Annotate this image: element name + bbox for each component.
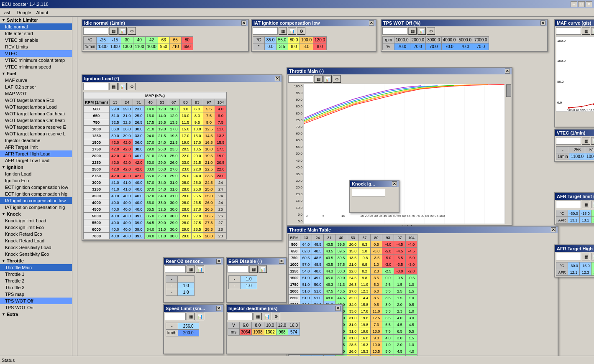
iat-ignition-btn2[interactable]: 📊 [288, 27, 296, 35]
sidebar-item-tps-wot-on[interactable]: TPS WOT On [0, 304, 72, 311]
sidebar-item-throttle-1[interactable]: Throttle 1 [0, 271, 72, 277]
minimize-button[interactable]: ─ [571, 1, 577, 7]
iat-ignition-btn3[interactable]: ⚙ [297, 27, 305, 35]
sidebar-item-afr-target-low[interactable]: AFR Target Low Load [0, 157, 72, 164]
sidebar-item-throttle-3[interactable]: Throttle 3 [0, 284, 72, 291]
sidebar-item-tps-wot-off[interactable]: TPS WOT Off [0, 298, 72, 304]
afr-target-limit-input[interactable] [556, 201, 581, 208]
sidebar-item-wot-reserve-l[interactable]: WOT target lambda reserve L [0, 130, 72, 137]
rear-o2-close[interactable]: ✕ [216, 259, 221, 264]
sidebar-item-knock-sens-load[interactable]: Knock Sensitivity Load [0, 244, 72, 251]
sidebar-item-ignition-eco[interactable]: Ignition Eco [0, 177, 72, 184]
menu-about[interactable]: About [34, 9, 51, 16]
close-button[interactable]: ✕ [586, 1, 592, 7]
tps-wot-off-close[interactable]: ✕ [540, 20, 545, 25]
injector-deadtime-btn3[interactable]: ⚙ [272, 313, 280, 320]
sidebar-item-knock-sens-eco[interactable]: Knock Sensitivity Eco [0, 251, 72, 257]
egr-disable-close[interactable]: ✕ [279, 259, 284, 264]
vtec-input[interactable] [556, 137, 581, 145]
sidebar-item-iat-comp-high[interactable]: IAT ignition compensation hig [0, 204, 72, 211]
sidebar-item-wot-eco[interactable]: WOT target lambda Eco [0, 97, 72, 104]
afr-target-high-input[interactable] [556, 253, 581, 260]
sidebar-group-switch-limiter[interactable]: Switch Limiter [0, 17, 72, 23]
sidebar-group-fuel[interactable]: Fuel [0, 70, 72, 77]
sidebar-item-iat-comp-low[interactable]: IAT ignition compensation low [0, 197, 72, 204]
vtec-btn2[interactable]: 📊 [591, 137, 594, 145]
iat-ignition-close[interactable]: ✕ [369, 20, 374, 25]
maf-curve-btn1[interactable]: ▦ [582, 27, 590, 35]
sidebar-item-maf-curve[interactable]: MAF curve [0, 77, 72, 84]
sidebar-item-knock-ign-eco[interactable]: Knock ign limit Eco [0, 224, 72, 231]
sidebar-item-ect-comp-high[interactable]: ECT ignition compensation hig [0, 191, 72, 197]
sidebar-item-map-wot[interactable]: MAP WOT [0, 90, 72, 97]
vtec-btn1[interactable]: ▦ [582, 137, 590, 145]
throttle-main-btn2[interactable]: 📊 [323, 75, 332, 83]
speed-limit-btn2[interactable]: 📊 [196, 313, 204, 320]
injector-deadtime-btn1[interactable]: ▦ [253, 313, 262, 320]
sidebar-group-ignition[interactable]: Ignition [0, 164, 72, 171]
speed-limit-btn1[interactable]: ▦ [187, 313, 195, 320]
ignition-load-btn2[interactable]: 📊 [118, 83, 127, 90]
sidebar-item-idle-normal[interactable]: Idle normal [0, 23, 72, 30]
sidebar-item-vtec-oil-enable[interactable]: VTEC oil enable [0, 37, 72, 43]
idle-normal-close[interactable]: ✕ [241, 20, 246, 25]
ignition-load-input[interactable] [83, 83, 108, 90]
idle-normal-btn1[interactable]: ▦ [109, 27, 118, 35]
injector-deadtime-input[interactable] [228, 313, 253, 320]
sidebar-item-vtec[interactable]: VTEC [0, 50, 72, 57]
ignition-load-btn3[interactable]: ⚙ [128, 83, 136, 90]
knock-ign-input[interactable] [352, 189, 385, 196]
ignition-load-btn1[interactable]: ▦ [109, 83, 118, 90]
afr-target-limit-btn1[interactable]: ▦ [582, 201, 590, 208]
rear-o2-btn1[interactable]: ▦ [187, 265, 195, 273]
rear-o2-input[interactable] [165, 265, 186, 273]
speed-limit-close[interactable]: ✕ [216, 306, 221, 311]
sidebar-item-knock-ign-load[interactable]: Knock ign limit Load [0, 217, 72, 224]
sidebar-item-knock-retard-load[interactable]: Knock Retard Load [0, 237, 72, 244]
knock-ign-close[interactable]: ✕ [392, 181, 397, 186]
afr-target-limit-btn2[interactable]: 📊 [591, 201, 594, 208]
idle-normal-btn2[interactable]: 📊 [118, 27, 127, 35]
sidebar-item-injector-deadtime[interactable]: Injector deadtime [0, 137, 72, 144]
sidebar-item-ect-comp-low[interactable]: ECT ignition compensation low [0, 184, 72, 191]
maf-curve-input[interactable] [556, 27, 581, 35]
sidebar-item-throttle-main[interactable]: Throttle Main [0, 264, 72, 271]
sidebar-item-wot-load[interactable]: WOT target lambda Load [0, 104, 72, 110]
sidebar-group-extra[interactable]: Extra [0, 311, 72, 318]
idle-normal-input[interactable] [83, 27, 108, 35]
egr-disable-input[interactable] [228, 265, 248, 273]
afr-target-high-btn2[interactable]: 📊 [591, 253, 594, 260]
iat-ignition-input[interactable] [253, 27, 278, 35]
speed-limit-input[interactable] [165, 313, 186, 320]
sidebar-item-ignition-load[interactable]: Ignition Load [0, 171, 72, 177]
sidebar-item-vtec-min-speed[interactable]: VTEC minimum speed [0, 64, 72, 70]
sidebar-group-throttle[interactable]: Throttle [0, 257, 72, 264]
tps-wot-off-btn2[interactable]: 📊 [417, 27, 426, 35]
sidebar-item-tps-map[interactable]: TPS map [0, 291, 72, 298]
sidebar-scrollbar[interactable] [72, 17, 77, 356]
tps-wot-off-input[interactable] [382, 27, 407, 35]
tps-wot-off-btn3[interactable]: ⚙ [427, 27, 435, 35]
injector-deadtime-btn2[interactable]: 📊 [263, 313, 271, 320]
afr-target-high-btn1[interactable]: ▦ [582, 253, 590, 260]
sidebar-item-wot-reserve-e[interactable]: WOT target lambda reserve E [0, 124, 72, 130]
throttle-main-btn1[interactable]: ▦ [314, 75, 323, 83]
sidebar-item-rev-limits[interactable]: REV Limits [0, 43, 72, 50]
sidebar-group-knock[interactable]: Knock [0, 211, 72, 217]
egr-disable-btn2[interactable]: 📊 [259, 265, 267, 273]
sidebar-item-throttle-2[interactable]: Throttle 2 [0, 277, 72, 284]
injector-deadtime-close[interactable]: ✕ [335, 306, 341, 311]
ignition-load-close[interactable]: ✕ [275, 76, 280, 81]
menu-dongle[interactable]: Dongle [14, 9, 34, 16]
menu-ash[interactable]: ash [2, 9, 14, 16]
tps-wot-off-btn1[interactable]: ▦ [408, 27, 417, 35]
maximize-button[interactable]: □ [578, 1, 585, 7]
iat-ignition-btn1[interactable]: ▦ [279, 27, 287, 35]
sidebar-item-wot-cat2[interactable]: WOT target lambda Cat heati [0, 117, 72, 124]
throttle-main-btn3[interactable]: ⚙ [333, 75, 341, 83]
throttle-main-close[interactable]: ✕ [505, 69, 510, 74]
maf-curve-btn2[interactable]: 📊 [591, 27, 594, 35]
idle-normal-btn3[interactable]: ⚙ [128, 27, 136, 35]
sidebar-item-afr-target-limit[interactable]: AFR Target limit [0, 144, 72, 150]
sidebar-item-idle-after-start[interactable]: Idle after start [0, 30, 72, 37]
